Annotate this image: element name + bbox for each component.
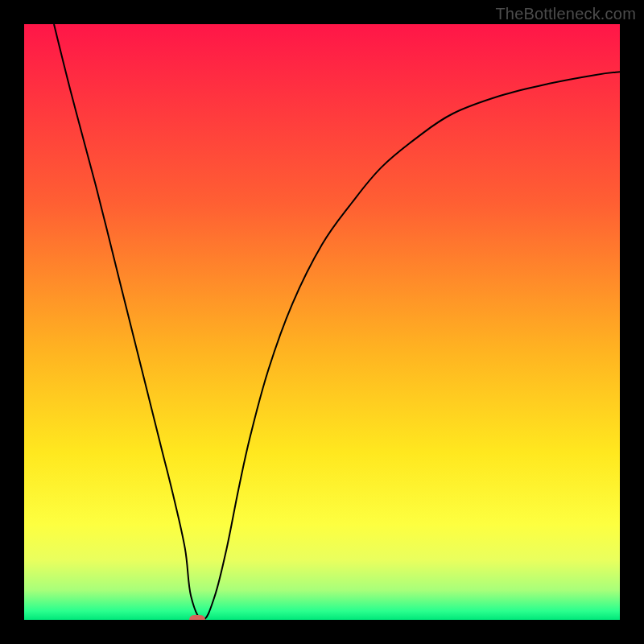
watermark-text: TheBottleneck.com <box>495 5 636 23</box>
optimum-marker <box>189 615 205 620</box>
bottleneck-curve <box>24 24 620 620</box>
plot-area <box>24 24 620 620</box>
chart-frame: TheBottleneck.com <box>0 0 644 644</box>
